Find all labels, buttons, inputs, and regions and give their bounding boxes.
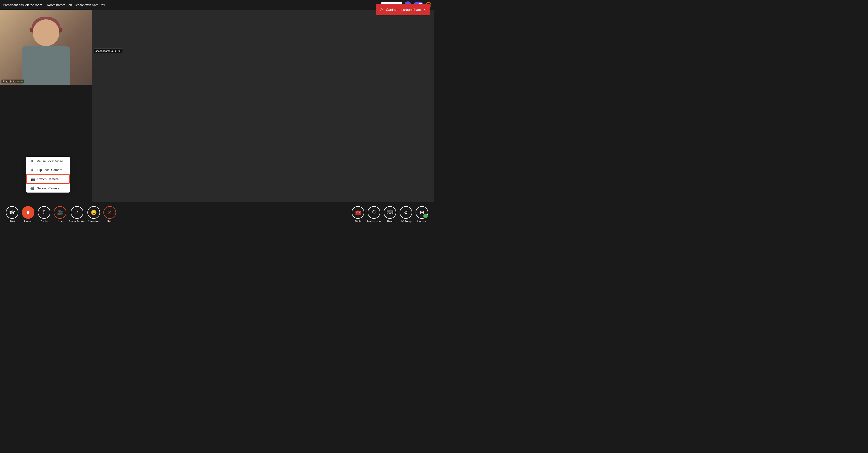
end-label: End <box>107 220 112 223</box>
video-button[interactable]: 🎥 Video <box>53 206 67 223</box>
layouts-icon: ⊞ <box>420 209 424 215</box>
av-setup-icon: ⚙ <box>404 209 408 215</box>
audio-icon: 🎙 <box>42 209 46 215</box>
context-menu-switch-camera[interactable]: 📷 Switch Camera <box>26 174 70 184</box>
context-menu-second-camera-label: Second Camera <box>37 187 60 190</box>
phone-icon: ☎ <box>9 209 15 215</box>
video-circle: 🎥 <box>54 206 66 219</box>
error-icon: ⚠ <box>380 7 383 12</box>
switch-camera-icon: 📷 <box>31 177 35 181</box>
video-icon: 🎥 <box>57 209 63 215</box>
local-video-feed <box>0 10 92 85</box>
tools-label: Tools <box>355 220 361 223</box>
share-screen-button[interactable]: ↗ Share Screen <box>69 206 85 223</box>
toolbar-left: ☎ Start ⏺ Record 🎙 Audio 🎥 Video <box>5 206 117 223</box>
person-head <box>33 20 59 46</box>
person-body <box>22 46 70 85</box>
metronome-circle: ⏱ <box>368 206 380 219</box>
audio-button[interactable]: 🎙 Audio <box>37 206 51 223</box>
start-label: Start <box>9 220 15 223</box>
participant-left-label: Participant has left the room <box>3 3 42 7</box>
dark-area: secondcamera 🎙 👁 <box>92 10 434 202</box>
layouts-button[interactable]: ⊞ ✓ Layouts <box>414 206 429 223</box>
av-setup-circle: ⚙ <box>400 206 412 219</box>
start-circle: ☎ <box>6 206 19 219</box>
attendees-button[interactable]: 😊 Attendees <box>87 206 101 223</box>
av-setup-label: AV Setup <box>400 220 411 223</box>
piano-icon: ⌨ <box>386 209 394 215</box>
second-camera-icon: 📹 <box>30 186 34 190</box>
context-menu-flip-camera[interactable]: ↺ Flip Local Camera <box>26 165 70 174</box>
metronome-button[interactable]: ⏱ Metronome <box>367 206 381 223</box>
start-button[interactable]: ☎ Start <box>5 206 20 223</box>
header-left: Participant has left the room Room name:… <box>3 3 381 7</box>
context-menu-pause-video-label: Pause Local Video <box>37 159 63 163</box>
tools-button[interactable]: 🧰 Tools <box>351 206 365 223</box>
eye-icon: 👁 <box>20 80 23 83</box>
error-toast: ⚠ Cant start screen share × <box>376 4 430 15</box>
end-icon: ✕ <box>108 209 112 215</box>
error-toast-message: Cant start screen share <box>386 8 421 12</box>
audio-circle: 🎙 <box>38 206 51 219</box>
end-circle: ✕ <box>103 206 116 219</box>
second-camera-placeholder: secondcamera 🎙 👁 <box>93 49 123 53</box>
tools-circle: 🧰 <box>352 206 364 219</box>
audio-label: Audio <box>41 220 48 223</box>
error-toast-close-button[interactable]: × <box>424 7 426 12</box>
metronome-label: Metronome <box>367 220 381 223</box>
flip-camera-icon: ↺ <box>30 168 34 172</box>
context-menu-flip-camera-label: Flip Local Camera <box>37 168 62 172</box>
attendees-icon: 😊 <box>91 209 97 215</box>
video-context-menu: ⏸ Pause Local Video ↺ Flip Local Camera … <box>26 157 70 193</box>
context-menu-second-camera[interactable]: 📹 Second Camera <box>26 184 70 193</box>
record-button[interactable]: ⏺ Record <box>21 206 35 223</box>
piano-label: Piano <box>386 220 393 223</box>
bottom-toolbar: ☎ Start ⏺ Record 🎙 Audio 🎥 Video <box>0 202 434 227</box>
pause-video-icon: ⏸ <box>30 159 34 163</box>
local-user-name: Fred-Smith <box>3 80 16 83</box>
layouts-status-badge: ✓ <box>423 214 428 218</box>
attendees-label: Attendees <box>88 220 100 223</box>
local-video-container: Fred-Smith 🎙 👁 <box>0 10 92 85</box>
end-button[interactable]: ✕ End <box>102 206 117 223</box>
record-label: Record <box>24 220 32 223</box>
record-icon: ⏺ <box>26 210 30 215</box>
context-menu-switch-camera-label: Switch Camera <box>37 177 59 181</box>
record-circle: ⏺ <box>22 206 34 219</box>
piano-circle: ⌨ <box>383 206 396 219</box>
second-camera-eye-icon: 👁 <box>118 50 121 52</box>
mic-on-icon: 🎙 <box>17 80 20 83</box>
share-screen-icon: ↗ <box>75 209 79 215</box>
local-user-label: Fred-Smith 🎙 👁 <box>1 80 24 83</box>
video-person-visual <box>14 15 78 85</box>
share-screen-circle: ↗ <box>71 206 83 219</box>
attendees-circle: 😊 <box>87 206 100 219</box>
share-screen-label: Share Screen <box>69 220 85 223</box>
piano-button[interactable]: ⌨ Piano <box>383 206 397 223</box>
metronome-icon: ⏱ <box>372 209 376 215</box>
context-menu-pause-video[interactable]: ⏸ Pause Local Video <box>26 157 70 165</box>
av-setup-button[interactable]: ⚙ AV Setup <box>399 206 413 223</box>
second-camera-label: secondcamera <box>95 50 113 52</box>
layouts-circle: ⊞ ✓ <box>415 206 428 219</box>
header-bar: Participant has left the room Room name:… <box>0 0 434 10</box>
room-name-label: Room name: 1 on 1 lesson with Sam-Reti <box>47 3 105 7</box>
video-label: Video <box>57 220 63 223</box>
tools-icon: 🧰 <box>355 209 361 215</box>
layouts-label: Layouts <box>417 220 427 223</box>
toolbar-right: 🧰 Tools ⏱ Metronome ⌨ Piano ⚙ AV Setup <box>351 206 429 223</box>
second-camera-mic-icon: 🎙 <box>114 50 117 52</box>
